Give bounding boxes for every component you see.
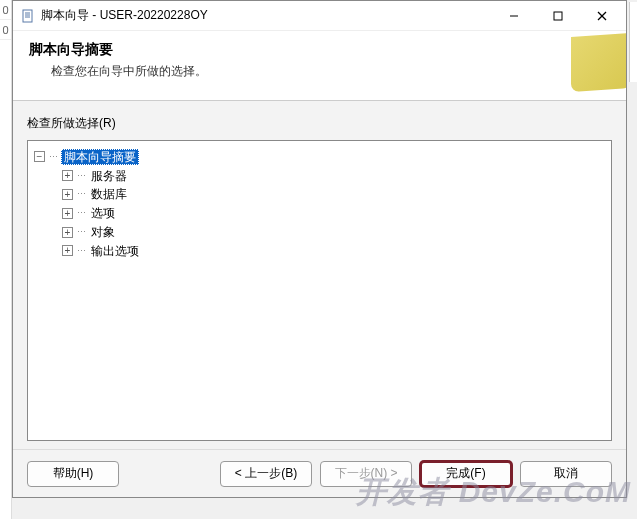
tree-child-node[interactable]: +⋯选项 bbox=[62, 203, 607, 222]
gutter-cell: 0 bbox=[0, 20, 11, 40]
tree-connector-icon: ⋯ bbox=[49, 152, 59, 162]
close-button[interactable] bbox=[580, 2, 624, 30]
left-gutter: 0 0 bbox=[0, 0, 12, 519]
tree-child-label[interactable]: 数据库 bbox=[89, 187, 129, 201]
summary-tree[interactable]: −⋯脚本向导摘要 +⋯服务器 +⋯数据库 +⋯选项 +⋯对象 bbox=[27, 140, 612, 441]
tree-child-node[interactable]: +⋯服务器 bbox=[62, 166, 607, 185]
help-button[interactable]: 帮助(H) bbox=[27, 461, 119, 487]
wizard-button-row: 帮助(H) < 上一步(B) 下一步(N) > 完成(F) 取消 bbox=[13, 449, 626, 497]
tree-root-label[interactable]: 脚本向导摘要 bbox=[61, 149, 139, 165]
tree-connector-icon: ⋯ bbox=[77, 246, 87, 256]
tree-child-node[interactable]: +⋯对象 bbox=[62, 222, 607, 241]
maximize-button[interactable] bbox=[536, 2, 580, 30]
section-label: 检查所做选择(R) bbox=[27, 115, 612, 132]
back-button[interactable]: < 上一步(B) bbox=[220, 461, 312, 487]
tree-connector-icon: ⋯ bbox=[77, 171, 87, 181]
header-ribbon-decor bbox=[571, 31, 626, 101]
expand-icon[interactable]: + bbox=[62, 170, 73, 181]
page-title: 脚本向导摘要 bbox=[29, 41, 113, 59]
expand-icon[interactable]: + bbox=[62, 227, 73, 238]
tree-connector-icon: ⋯ bbox=[77, 208, 87, 218]
tree-child-node[interactable]: +⋯数据库 bbox=[62, 185, 607, 204]
window-title: 脚本向导 - USER-20220228OY bbox=[41, 7, 492, 24]
tree-connector-icon: ⋯ bbox=[77, 189, 87, 199]
tree-children: +⋯服务器 +⋯数据库 +⋯选项 +⋯对象 +⋯输出选项 bbox=[34, 166, 607, 260]
tree-child-label[interactable]: 输出选项 bbox=[89, 244, 141, 258]
gutter-cell: 0 bbox=[0, 0, 11, 20]
tree-child-label[interactable]: 服务器 bbox=[89, 169, 129, 183]
wizard-header: 脚本向导摘要 检查您在向导中所做的选择。 bbox=[13, 31, 626, 101]
tree-child-label[interactable]: 对象 bbox=[89, 225, 117, 239]
svg-rect-0 bbox=[23, 10, 32, 22]
tree-connector-icon: ⋯ bbox=[77, 227, 87, 237]
titlebar: 脚本向导 - USER-20220228OY bbox=[13, 1, 626, 31]
finish-button[interactable]: 完成(F) bbox=[420, 461, 512, 487]
page-subtitle: 检查您在向导中所做的选择。 bbox=[51, 63, 207, 80]
expand-icon[interactable]: + bbox=[62, 189, 73, 200]
tree-child-label[interactable]: 选项 bbox=[89, 206, 117, 220]
wizard-window: 脚本向导 - USER-20220228OY 脚本向导摘要 检查您在向导中所做的… bbox=[12, 0, 627, 498]
svg-rect-5 bbox=[554, 12, 562, 20]
minimize-button[interactable] bbox=[492, 2, 536, 30]
window-controls bbox=[492, 2, 624, 30]
right-edge-strip bbox=[629, 2, 637, 82]
tree-root-node[interactable]: −⋯脚本向导摘要 bbox=[34, 147, 607, 166]
cancel-button[interactable]: 取消 bbox=[520, 461, 612, 487]
tree-child-node[interactable]: +⋯输出选项 bbox=[62, 241, 607, 260]
wizard-content: 检查所做选择(R) −⋯脚本向导摘要 +⋯服务器 +⋯数据库 +⋯选项 bbox=[13, 101, 626, 449]
next-button: 下一步(N) > bbox=[320, 461, 412, 487]
expand-icon[interactable]: + bbox=[62, 208, 73, 219]
expand-icon[interactable]: + bbox=[62, 245, 73, 256]
collapse-icon[interactable]: − bbox=[34, 151, 45, 162]
app-icon bbox=[21, 9, 35, 23]
